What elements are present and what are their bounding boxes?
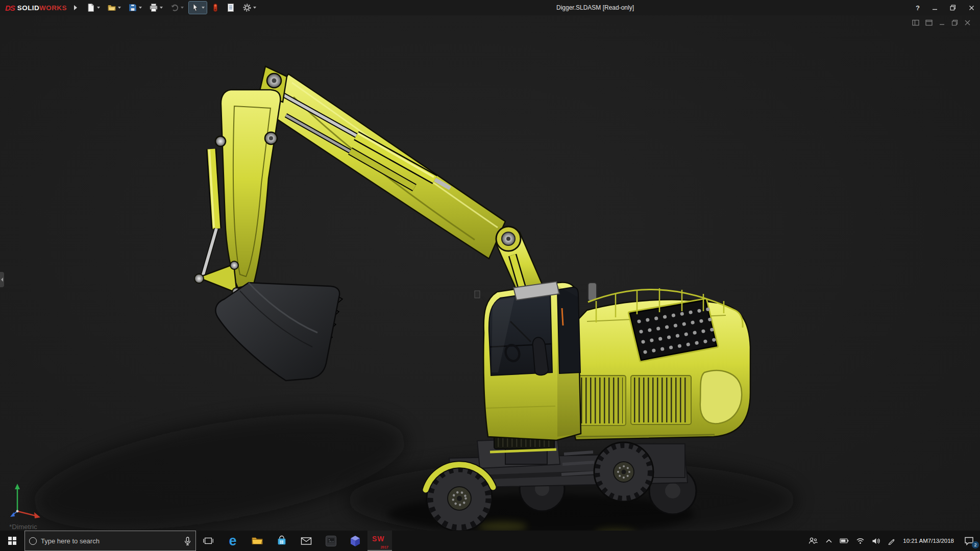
rebuild-button[interactable] [210, 2, 221, 14]
mail-icon [301, 537, 312, 545]
document-title: Digger.SLDASM [Read-only] [556, 0, 634, 15]
bucket[interactable] [215, 283, 342, 381]
viewport-minimize-icon[interactable] [939, 19, 945, 26]
battery-button[interactable] [836, 531, 852, 551]
options-gear-icon [242, 3, 252, 12]
rebuild-icon [212, 3, 219, 12]
restore-icon [950, 5, 956, 11]
menu-expand-arrow-icon[interactable] [74, 5, 77, 10]
new-document-button[interactable] [84, 2, 102, 14]
task-view-button[interactable] [196, 531, 220, 551]
muffler [588, 283, 597, 301]
viewport-close-icon[interactable] [964, 19, 971, 26]
search-input[interactable] [41, 537, 180, 545]
cube-app-icon [350, 535, 361, 547]
solidworks-app-icon: SW 2017 [372, 534, 387, 547]
viewport-restore-icon[interactable] [951, 19, 958, 26]
dropdown-caret-icon[interactable] [202, 7, 205, 9]
battery-icon [840, 538, 849, 544]
edge-icon: e [229, 534, 236, 548]
options-button[interactable] [240, 2, 258, 14]
quick-toolbar [84, 2, 258, 14]
minimize-button[interactable] [929, 2, 940, 13]
window-icon[interactable] [925, 19, 933, 26]
pane-window-icon[interactable] [912, 19, 919, 26]
people-icon [808, 537, 818, 545]
action-center-button[interactable]: 2 [958, 531, 980, 551]
people-button[interactable] [804, 531, 822, 551]
taskbar-search[interactable] [24, 531, 196, 551]
dropdown-caret-icon[interactable] [181, 7, 184, 9]
volume-icon [872, 537, 880, 545]
ds-logo-icon: DS [5, 4, 15, 12]
pen-icon [888, 537, 895, 545]
windows-taskbar: e [0, 531, 980, 551]
logo-text-works: WORKS [39, 4, 67, 12]
system-tray: 10:21 AM 7/13/2018 2 [804, 531, 980, 551]
windows-logo-icon [8, 537, 16, 545]
cab[interactable] [475, 282, 581, 440]
dropdown-caret-icon[interactable] [139, 7, 142, 9]
file-properties-icon [226, 3, 235, 12]
network-button[interactable] [852, 531, 868, 551]
save-button[interactable] [126, 2, 144, 14]
chevron-up-icon [825, 538, 832, 543]
logo-text-solid: SOLID [17, 4, 39, 12]
file-properties-button[interactable] [224, 2, 237, 14]
dark-app-icon [325, 535, 337, 547]
minimize-icon [932, 5, 938, 11]
cortana-icon [29, 537, 37, 545]
solidworks-logo: DS SOLIDWORKS [0, 3, 71, 12]
undo-button[interactable] [168, 2, 186, 14]
file-explorer-icon [251, 536, 263, 546]
select-arrow-icon [191, 3, 200, 12]
file-explorer-button[interactable] [245, 531, 270, 551]
graphics-area[interactable]: *Dimetric [0, 15, 980, 531]
dropdown-caret-icon[interactable] [253, 7, 256, 9]
open-icon [107, 3, 116, 12]
mail-button[interactable] [294, 531, 318, 551]
task-view-icon [203, 536, 214, 546]
help-button[interactable]: ? [914, 4, 922, 12]
dropdown-caret-icon[interactable] [97, 7, 100, 9]
save-icon [128, 3, 137, 12]
clock[interactable]: 10:21 AM 7/13/2018 [899, 531, 958, 551]
dropdown-caret-icon[interactable] [160, 7, 163, 9]
store-icon [276, 535, 287, 546]
dark-app-button[interactable] [318, 531, 343, 551]
titlebar: DS SOLIDWORKS [0, 0, 980, 15]
antenna [562, 308, 563, 325]
edge-button[interactable]: e [220, 531, 245, 551]
print-button[interactable] [147, 2, 165, 14]
volume-button[interactable] [868, 531, 884, 551]
clock-date: 7/13/2018 [928, 537, 954, 544]
restore-button[interactable] [947, 2, 959, 13]
open-button[interactable] [105, 2, 123, 14]
start-button[interactable] [0, 531, 24, 551]
network-icon [856, 537, 865, 544]
solidworks-app-button[interactable]: SW 2017 [368, 531, 392, 551]
store-button[interactable] [270, 531, 294, 551]
feature-panel-expand-handle[interactable] [0, 272, 4, 287]
clock-time: 10:21 AM [903, 537, 928, 544]
view-orientation-label: *Dimetric [9, 523, 37, 531]
excavator-model[interactable] [0, 15, 980, 531]
desktop: DS SOLIDWORKS [0, 0, 980, 551]
print-icon [149, 3, 158, 12]
machine-body[interactable] [568, 283, 750, 440]
viewport-window-controls [912, 19, 971, 26]
close-button[interactable] [966, 2, 977, 13]
tray-overflow-button[interactable] [822, 531, 836, 551]
dropdown-caret-icon[interactable] [118, 7, 121, 9]
select-tool-button[interactable] [189, 2, 207, 14]
new-document-icon [86, 3, 95, 12]
microphone-icon[interactable] [184, 537, 191, 545]
pen-button[interactable] [884, 531, 899, 551]
notification-badge: 2 [972, 541, 979, 548]
cube-app-button[interactable] [343, 531, 368, 551]
window-controls: ? [914, 0, 977, 15]
close-icon [969, 5, 974, 11]
undo-icon [170, 3, 179, 12]
orientation-triad [8, 481, 45, 522]
